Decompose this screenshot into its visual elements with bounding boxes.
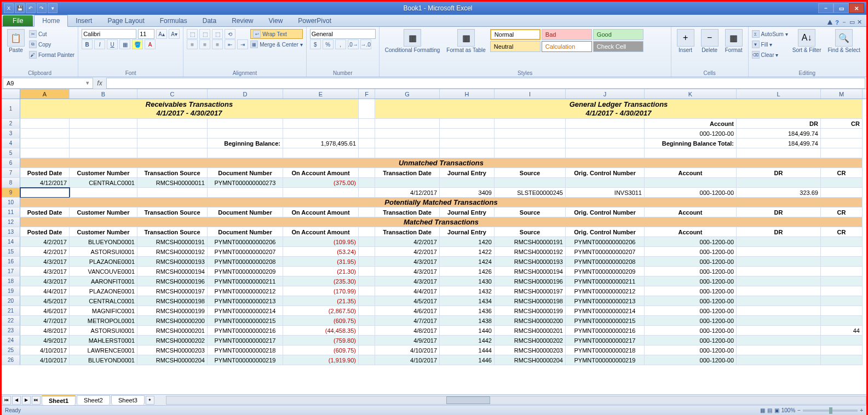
col-header-A[interactable]: A: [20, 89, 70, 99]
cell[interactable]: RMCSH00000191: [137, 237, 208, 247]
tab-page-layout[interactable]: Page Layout: [100, 15, 152, 26]
cell[interactable]: [359, 178, 375, 188]
cell[interactable]: [440, 119, 495, 129]
cell[interactable]: 1442: [440, 336, 495, 345]
cell[interactable]: [821, 148, 863, 158]
cell[interactable]: RMCSH00000202: [495, 336, 566, 345]
col-header-K[interactable]: K: [645, 89, 737, 99]
style-check-cell[interactable]: Check Cell: [593, 41, 643, 52]
cell[interactable]: 4/6/2017: [20, 306, 70, 316]
cell[interactable]: [821, 355, 863, 365]
bold-button[interactable]: B: [82, 39, 93, 49]
cell[interactable]: 000-1200-00: [645, 345, 737, 355]
cell[interactable]: RMCSH00000203: [495, 345, 566, 355]
cell[interactable]: [70, 139, 137, 148]
cell[interactable]: [566, 129, 645, 139]
cell[interactable]: CR: [821, 168, 863, 178]
cell[interactable]: ASTORSUI0001: [70, 247, 137, 257]
cell[interactable]: DR: [737, 168, 821, 178]
cell[interactable]: [737, 276, 821, 286]
cell[interactable]: [137, 139, 208, 148]
style-bad[interactable]: Bad: [542, 29, 592, 40]
cell[interactable]: CR: [821, 227, 863, 237]
cell[interactable]: [821, 345, 863, 355]
save-icon[interactable]: 💾: [15, 3, 25, 13]
cell[interactable]: 44: [821, 326, 863, 336]
format-as-table-button[interactable]: ▦Format as Table: [444, 28, 488, 54]
cell[interactable]: [821, 178, 863, 188]
indent-dec-icon[interactable]: ⇤: [225, 39, 235, 49]
cell[interactable]: 1,978,495.61: [283, 139, 359, 148]
cell[interactable]: [566, 139, 645, 148]
cell[interactable]: SLSTE00000245: [495, 188, 566, 198]
name-box[interactable]: A9▾: [3, 78, 93, 89]
cell[interactable]: [737, 296, 821, 306]
number-format-select[interactable]: [310, 29, 376, 39]
cell[interactable]: 4/2/2017: [20, 247, 70, 257]
cell[interactable]: [737, 257, 821, 267]
cell[interactable]: CENTRALC0001: [70, 296, 137, 306]
cell[interactable]: Matched Transactions: [20, 217, 863, 227]
cell[interactable]: [208, 148, 283, 158]
cell[interactable]: 4/4/2017: [375, 286, 440, 296]
cell[interactable]: [359, 148, 375, 158]
cell[interactable]: 4/3/2017: [20, 276, 70, 286]
cell[interactable]: [359, 306, 375, 316]
cell[interactable]: PLAZAONE0001: [70, 257, 137, 267]
cell[interactable]: METROPOL0001: [70, 316, 137, 326]
cell[interactable]: PYMNT000000000214: [566, 306, 645, 316]
cell[interactable]: RMCSH00000197: [137, 286, 208, 296]
cell[interactable]: [821, 139, 863, 148]
row-header[interactable]: 2: [2, 119, 20, 129]
cell[interactable]: PYMNT000000000218: [566, 345, 645, 355]
cell[interactable]: [821, 336, 863, 345]
cell[interactable]: Customer Number: [70, 168, 137, 178]
align-middle-icon[interactable]: ⬚: [199, 29, 210, 39]
cell[interactable]: 000-1200-00: [645, 296, 737, 306]
cell[interactable]: 4/12/2017: [20, 178, 70, 188]
cell[interactable]: INVS3011: [566, 188, 645, 198]
cell[interactable]: 1426: [440, 267, 495, 276]
row-header[interactable]: 1: [2, 99, 20, 119]
row-header[interactable]: 19: [2, 286, 20, 296]
cell[interactable]: 4/10/2017: [20, 345, 70, 355]
cell[interactable]: (21.35): [283, 296, 359, 306]
cell[interactable]: Account: [645, 227, 737, 237]
cell[interactable]: RMCSH00000198: [495, 296, 566, 306]
excel-icon[interactable]: X: [4, 3, 14, 13]
sheet-nav-next-icon[interactable]: ▶: [22, 396, 31, 405]
cell[interactable]: [359, 276, 375, 286]
autosum-button[interactable]: ΣAutoSum ▾: [752, 29, 788, 39]
cell[interactable]: [821, 276, 863, 286]
cell[interactable]: [375, 139, 440, 148]
redo-icon[interactable]: ↷: [37, 3, 47, 13]
cell[interactable]: On Account Amount: [283, 208, 359, 217]
horizontal-scrollbar[interactable]: [166, 396, 866, 405]
cell[interactable]: 4/10/2017: [375, 345, 440, 355]
tab-powerpivot[interactable]: PowerPivot: [290, 15, 339, 26]
cell[interactable]: PYMNT000000000212: [566, 286, 645, 296]
cell[interactable]: 4/5/2017: [375, 296, 440, 306]
maximize-button[interactable]: ▭: [833, 3, 849, 13]
cell[interactable]: [440, 139, 495, 148]
cell[interactable]: [359, 129, 375, 139]
cell[interactable]: [495, 119, 566, 129]
cell[interactable]: PYMNT000000000208: [566, 257, 645, 267]
window-restore-icon[interactable]: ▭: [849, 19, 855, 26]
tab-view[interactable]: View: [261, 15, 291, 26]
cell[interactable]: DR: [737, 208, 821, 217]
cell[interactable]: 4/8/2017: [375, 326, 440, 336]
col-header-F[interactable]: F: [359, 89, 375, 99]
conditional-formatting-button[interactable]: ▦Conditional Formatting: [383, 28, 442, 54]
row-header[interactable]: 26: [2, 355, 20, 365]
cell[interactable]: RMCSH00000197: [495, 286, 566, 296]
style-calculation[interactable]: Calculation: [542, 41, 592, 52]
cell[interactable]: RMCSH00000193: [495, 257, 566, 267]
zoom-out-icon[interactable]: −: [797, 407, 801, 413]
tab-review[interactable]: Review: [224, 15, 261, 26]
cell[interactable]: PYMNT000000000216: [566, 326, 645, 336]
new-sheet-icon[interactable]: ✦: [146, 396, 154, 405]
cell[interactable]: On Account Amount: [283, 168, 359, 178]
cell[interactable]: [359, 168, 375, 178]
row-header[interactable]: 4: [2, 139, 20, 148]
